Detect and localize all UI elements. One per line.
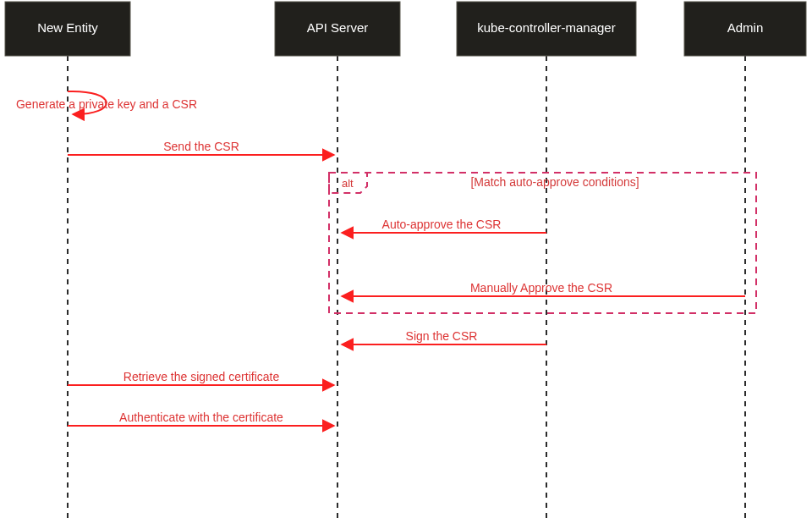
alt-label: alt (342, 177, 354, 190)
sequence-diagram: New Entity API Server kube-controller-ma… (0, 0, 812, 518)
msg-label-manual-approve: Manually Approve the CSR (470, 281, 612, 295)
alt-condition: [Match auto-approve conditions] (470, 175, 639, 189)
msg-label-send-csr: Send the CSR (163, 140, 239, 153)
msg-label-generate-key-csr: Generate a private key and a CSR (16, 97, 197, 111)
actor-label-admin: Admin (727, 20, 764, 35)
msg-label-retrieve-cert: Retrieve the signed certificate (123, 370, 280, 383)
actor-label-kcm: kube-controller-manager (477, 20, 615, 35)
actor-label-api-server: API Server (307, 20, 369, 35)
msg-label-sign-csr: Sign the CSR (406, 329, 478, 343)
msg-label-authenticate: Authenticate with the certificate (119, 411, 283, 424)
msg-label-auto-approve: Auto-approve the CSR (382, 218, 502, 231)
actor-label-new-entity: New Entity (37, 20, 98, 35)
